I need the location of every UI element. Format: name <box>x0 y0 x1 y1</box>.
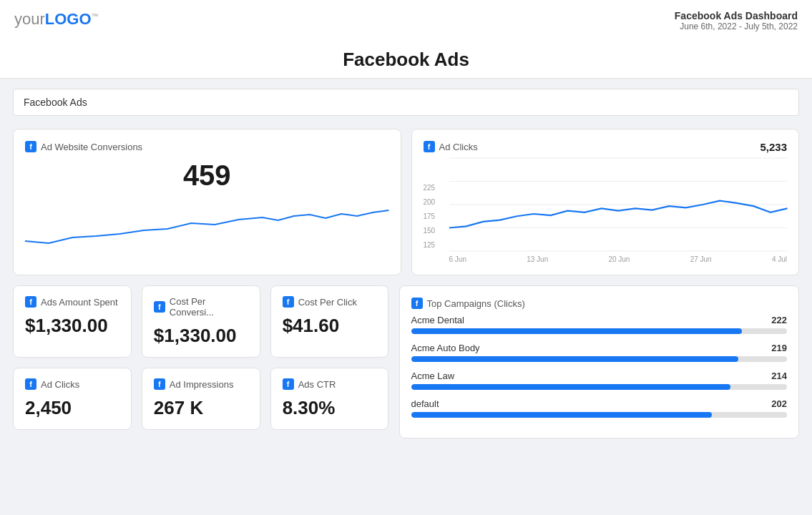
metric-title-0: Ads Amount Spent <box>41 297 118 308</box>
campaign-name-1: Acme Auto Body <box>411 343 480 353</box>
campaign-bar-bg-1 <box>411 356 788 362</box>
campaign-item-2: Acme Law 214 <box>411 371 788 390</box>
logo: yourLOGO™ <box>14 10 99 29</box>
metric-card-2: f Cost Per Click $41.60 <box>270 285 389 358</box>
fb-icon-m0: f <box>25 296 36 308</box>
fb-icon-m3: f <box>25 378 36 390</box>
metrics-section: f Ads Amount Spent $1,330.00 f Cost Per … <box>13 285 389 438</box>
fb-icon-campaigns: f <box>411 298 423 309</box>
campaign-bar-fill-2 <box>411 384 731 390</box>
campaign-bar-fill-3 <box>411 412 712 418</box>
campaign-count-3: 202 <box>771 398 787 409</box>
metric-title-4: Ad Impressions <box>170 379 234 390</box>
metric-card-4: f Ad Impressions 267 K <box>142 368 260 430</box>
campaign-row-2: Acme Law 214 <box>411 371 788 381</box>
metric-card-5: f Ads CTR 8.30% <box>270 368 389 430</box>
x-axis-labels: 6 Jun 13 Jun 20 Jun 27 Jun 4 Jul <box>449 254 788 263</box>
header: yourLOGO™ Facebook Ads Dashboard June 6t… <box>0 0 812 39</box>
facebook-icon: f <box>25 141 36 152</box>
metric-header-2: f Cost Per Click <box>283 296 377 308</box>
facebook-icon-2: f <box>424 141 435 152</box>
conversions-title: Ad Website Conversions <box>41 142 142 152</box>
campaign-bar-bg-3 <box>411 412 788 418</box>
fb-icon-m2: f <box>283 296 294 308</box>
logo-brand: LOGO <box>45 10 92 28</box>
metric-row-2: f Ad Clicks 2,450 f Ad Impressions 267 K… <box>13 368 389 430</box>
top-campaigns-title: Top Campaigns (Clicks) <box>427 298 525 309</box>
metric-header-4: f Ad Impressions <box>154 378 248 390</box>
fb-icon-m1: f <box>154 301 165 313</box>
metric-row-1: f Ads Amount Spent $1,330.00 f Cost Per … <box>13 285 389 358</box>
metric-value-3: 2,450 <box>25 397 119 419</box>
top-row: f Ad Website Conversions 459 f Ad Clicks… <box>13 129 799 275</box>
filter-label: Facebook Ads <box>24 97 87 108</box>
fb-icon-m5: f <box>283 378 294 390</box>
logo-your: your <box>14 10 45 28</box>
chart-inner: 6 Jun 13 Jun 20 Jun 27 Jun 4 Jul <box>449 158 788 263</box>
metric-title-5: Ads CTR <box>298 379 336 390</box>
campaign-count-0: 222 <box>771 315 787 325</box>
campaign-row-0: Acme Dental 222 <box>411 315 788 325</box>
metric-card-1: f Cost Per Conversi... $1,330.00 <box>142 285 260 358</box>
campaign-item-1: Acme Auto Body 219 <box>411 343 788 362</box>
campaign-name-0: Acme Dental <box>411 315 464 325</box>
campaign-count-2: 214 <box>771 371 787 381</box>
logo-tm: ™ <box>92 12 99 20</box>
page-title: Facebook Ads <box>0 49 812 71</box>
conversions-value: 459 <box>25 160 389 192</box>
campaign-bar-bg-0 <box>411 328 788 334</box>
metric-header-1: f Cost Per Conversi... <box>154 296 248 318</box>
y-axis-labels: 225 200 175 150 125 <box>424 184 446 249</box>
campaign-row-1: Acme Auto Body 219 <box>411 343 788 353</box>
metric-value-5: 8.30% <box>283 397 377 419</box>
campaign-bar-fill-1 <box>411 356 738 362</box>
top-campaigns-header: f Top Campaigns (Clicks) <box>411 298 788 309</box>
dashboard-date: June 6th, 2022 - July 5th, 2022 <box>675 21 798 31</box>
metric-title-1: Cost Per Conversi... <box>170 296 248 318</box>
ad-clicks-card: f Ad Clicks 5,233 225 200 175 150 125 <box>411 129 800 275</box>
campaign-item-3: default 202 <box>411 398 788 418</box>
metric-card-3: f Ad Clicks 2,450 <box>13 368 132 430</box>
filter-bar[interactable]: Facebook Ads <box>13 89 799 116</box>
ad-clicks-header: f Ad Clicks <box>424 141 788 152</box>
campaign-row-3: default 202 <box>411 398 788 409</box>
campaign-name-2: Acme Law <box>411 371 455 381</box>
ad-clicks-title: Ad Clicks <box>439 142 478 152</box>
campaign-name-3: default <box>411 398 439 409</box>
metric-title-2: Cost Per Click <box>298 297 357 308</box>
metric-value-2: $41.60 <box>283 315 377 337</box>
metric-header-5: f Ads CTR <box>283 378 377 390</box>
metric-card-0: f Ads Amount Spent $1,330.00 <box>13 285 132 358</box>
campaign-bar-bg-2 <box>411 384 788 390</box>
conversions-sparkline <box>25 195 389 252</box>
metric-value-4: 267 K <box>154 397 248 419</box>
conversions-header: f Ad Website Conversions <box>25 141 389 152</box>
fb-icon-m4: f <box>154 378 165 390</box>
bottom-row: f Ads Amount Spent $1,330.00 f Cost Per … <box>13 285 799 438</box>
ad-clicks-total: 5,233 <box>760 141 787 153</box>
metric-header-3: f Ad Clicks <box>25 378 119 390</box>
metric-title-3: Ad Clicks <box>41 379 79 390</box>
metric-value-1: $1,330.00 <box>154 325 248 347</box>
conversions-card: f Ad Website Conversions 459 <box>13 129 401 275</box>
metric-value-0: $1,330.00 <box>25 315 119 337</box>
page-title-section: Facebook Ads <box>0 39 812 79</box>
campaign-item-0: Acme Dental 222 <box>411 315 788 334</box>
ad-clicks-linechart <box>449 158 788 251</box>
dashboard-title-block: Facebook Ads Dashboard June 6th, 2022 - … <box>675 10 798 31</box>
top-campaigns-card: f Top Campaigns (Clicks) Acme Dental 222… <box>399 285 800 438</box>
main-content: f Ad Website Conversions 459 f Ad Clicks… <box>0 123 812 451</box>
campaign-bar-fill-0 <box>411 328 742 334</box>
chart-area: 225 200 175 150 125 <box>424 158 788 263</box>
campaign-count-1: 219 <box>771 343 787 353</box>
dashboard-title: Facebook Ads Dashboard <box>675 10 798 21</box>
metric-header-0: f Ads Amount Spent <box>25 296 119 308</box>
